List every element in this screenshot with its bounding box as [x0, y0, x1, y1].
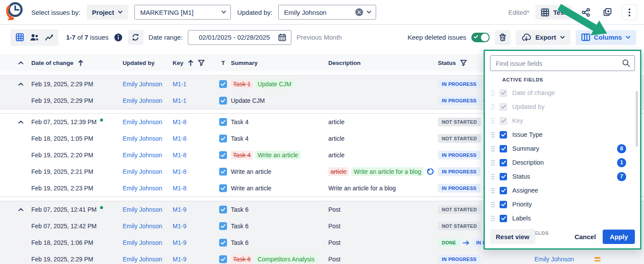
info-icon[interactable]: [114, 33, 123, 42]
deleted-issues-trash-button[interactable]: [495, 30, 511, 45]
issue-key-link[interactable]: M1-1: [173, 81, 187, 88]
sort-ascending-icon[interactable]: [188, 60, 194, 66]
drag-handle-icon[interactable]: [491, 173, 494, 179]
updated-by-link[interactable]: Emily Johnson: [123, 135, 162, 142]
chart-view-button[interactable]: [43, 31, 56, 44]
new-change-dot: [100, 206, 103, 209]
table-view-button[interactable]: [13, 31, 26, 44]
issue-key-link[interactable]: M1-9: [173, 239, 187, 246]
updated-by-select[interactable]: Emily Johnson: [278, 5, 376, 20]
cell-date-of-change: Feb 18, 2025, 1:06 PM: [31, 239, 123, 246]
columns-button[interactable]: Columns: [576, 30, 636, 45]
scrollbar-thumb[interactable]: [636, 91, 638, 147]
cell-date-of-change: Feb 07, 2025, 12:39 PM: [31, 118, 123, 125]
updated-by-link[interactable]: Emily Johnson: [123, 97, 162, 104]
saved-views-icon: ★: [603, 7, 612, 17]
issue-key-link[interactable]: M1-9: [173, 206, 187, 213]
cell-updated-by: Emily Johnson: [123, 152, 173, 159]
collapse-all-button[interactable]: [18, 61, 23, 64]
saved-views-button[interactable]: ★: [600, 4, 615, 20]
issue-key-link[interactable]: M1-8: [173, 118, 187, 125]
assignee-link[interactable]: Emily Johnson: [534, 256, 574, 263]
issue-key-link[interactable]: M1-1: [173, 97, 187, 104]
cell-key: M1-9: [173, 239, 215, 246]
field-item-updated-by: Updated by: [490, 100, 635, 114]
value-text: article: [328, 151, 344, 159]
collapse-row-button[interactable]: [18, 82, 23, 86]
filter-funnel-icon[interactable]: [460, 60, 467, 66]
project-select[interactable]: MARKETING [M1]: [134, 5, 231, 20]
updated-by-link[interactable]: Emily Johnson: [123, 256, 162, 263]
view-name-button[interactable]: Test: [535, 5, 572, 20]
issue-key-link[interactable]: M1-8: [173, 152, 187, 159]
task-type-icon: [219, 151, 227, 159]
updated-by-link[interactable]: Emily Johnson: [123, 168, 162, 175]
field-item-key: Key: [490, 114, 635, 128]
checkbox-issue-type[interactable]: [500, 131, 507, 139]
drag-handle-icon[interactable]: [491, 132, 494, 138]
issue-key-link[interactable]: M1-8: [173, 135, 187, 142]
drag-handle-icon[interactable]: [491, 146, 494, 152]
drag-handle-icon[interactable]: [491, 159, 494, 166]
undo-change-button[interactable]: [426, 167, 435, 176]
field-item-summary: Summary8: [490, 142, 635, 156]
updated-by-link[interactable]: Emily Johnson: [123, 206, 162, 213]
refresh-icon: [131, 33, 140, 41]
cell-collapse: [10, 208, 31, 211]
updated-by-link[interactable]: Emily Johnson: [123, 185, 162, 192]
previous-month-label[interactable]: Previous Month: [297, 34, 342, 41]
kebab-menu-icon: [628, 8, 631, 17]
select-mode-dropdown[interactable]: Project: [87, 5, 129, 20]
drag-handle-icon[interactable]: [491, 215, 494, 221]
drag-handle-icon[interactable]: [491, 187, 494, 193]
calendar-icon[interactable]: [278, 33, 287, 42]
checkbox-assignee[interactable]: [500, 187, 507, 194]
updated-by-link[interactable]: Emily Johnson: [123, 81, 162, 88]
status-badge: IN PROGRESS: [438, 184, 480, 193]
checkbox-priority[interactable]: [500, 201, 507, 208]
keep-deleted-toggle[interactable]: [471, 33, 490, 42]
collapse-row-button[interactable]: [18, 208, 23, 211]
date-range-input[interactable]: 02/01/2025 - 02/28/2025: [188, 30, 291, 45]
checkbox-summary[interactable]: [500, 145, 507, 152]
collapse-row-button[interactable]: [18, 120, 23, 124]
updated-by-link[interactable]: Emily Johnson: [123, 118, 162, 125]
more-menu-button[interactable]: [621, 4, 637, 20]
field-item-status: Status7: [490, 169, 635, 183]
issue-key-link[interactable]: M1-8: [173, 168, 187, 175]
value-text: article: [328, 134, 344, 143]
cell-issue-type: [215, 118, 231, 126]
updated-by-link[interactable]: Emily Johnson: [123, 239, 162, 246]
apply-button[interactable]: Apply: [603, 230, 635, 244]
checkbox-status[interactable]: [500, 173, 507, 180]
value-text: Post: [328, 205, 340, 214]
filter-funnel-icon[interactable]: [198, 60, 205, 66]
sort-ascending-icon[interactable]: [78, 60, 83, 66]
field-label: Description: [512, 159, 612, 166]
removed-value: Task 1: [231, 80, 253, 88]
value-text: Task 4: [231, 134, 248, 143]
count-total: 7: [85, 34, 88, 41]
checkbox-description[interactable]: [500, 159, 507, 166]
people-view-button[interactable]: [28, 31, 41, 44]
find-issue-fields-input[interactable]: [490, 55, 635, 71]
issue-key-link[interactable]: M1-8: [173, 185, 187, 192]
status-badge: IN PROGRESS: [438, 96, 480, 105]
issue-key-link[interactable]: M1-9: [173, 223, 187, 230]
refresh-button[interactable]: [128, 30, 143, 45]
checkbox-labels[interactable]: [500, 215, 507, 222]
cell-updated-by: Emily Johnson: [123, 81, 173, 88]
share-button[interactable]: [578, 4, 594, 20]
clear-filter-icon[interactable]: [355, 8, 363, 16]
updated-by-link[interactable]: Emily Johnson: [123, 152, 162, 159]
cancel-button[interactable]: Cancel: [574, 233, 596, 240]
date-text: Feb 07, 2025, 12:41 PM: [31, 206, 97, 213]
cell-assignee: Emily Johnson: [514, 256, 594, 263]
cell-summary: Task 4Write an article: [231, 151, 328, 159]
drag-handle-icon[interactable]: [491, 201, 494, 207]
updated-by-link[interactable]: Emily Johnson: [123, 223, 162, 230]
export-button[interactable]: Export: [516, 30, 571, 45]
issue-key-link[interactable]: M1-9: [173, 256, 187, 263]
cell-key: M1-9: [173, 256, 215, 263]
reset-view-button[interactable]: Reset view: [490, 229, 535, 244]
